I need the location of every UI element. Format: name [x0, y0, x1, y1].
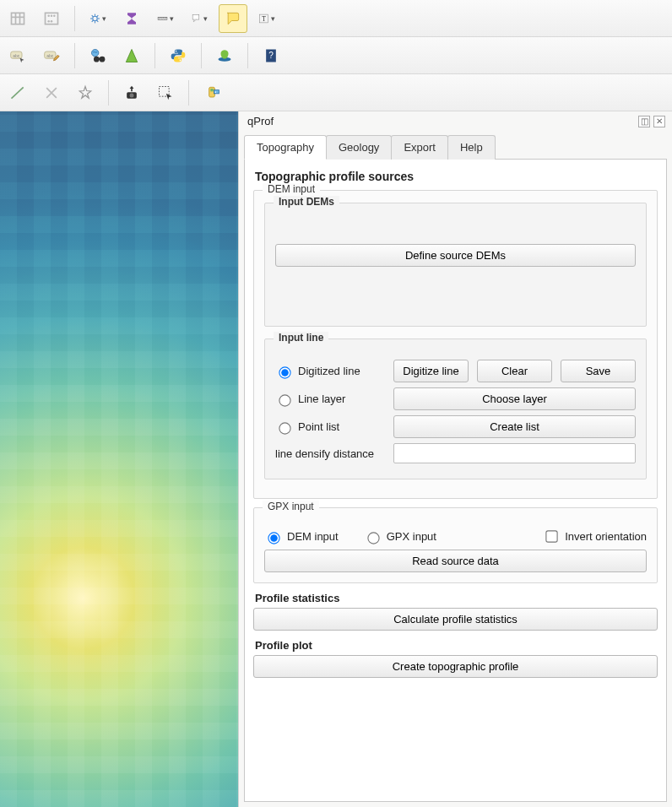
group-gpx-input: GPX input DEM input GPX input Invert ori…	[253, 507, 658, 583]
define-source-dems-button[interactable]: Define source DEMs	[275, 244, 636, 267]
separator	[201, 43, 202, 68]
map-canvas[interactable]	[0, 111, 238, 807]
separator	[247, 43, 248, 68]
save-button[interactable]: Save	[561, 360, 636, 382]
gps-icon[interactable]	[198, 79, 226, 107]
svg-line-17	[92, 20, 94, 22]
choose-layer-button[interactable]: Choose layer	[393, 387, 636, 410]
table-icon[interactable]	[3, 4, 32, 33]
abacus-icon[interactable]	[37, 4, 66, 33]
tab-topography[interactable]: Topography	[244, 135, 327, 160]
svg-point-9	[51, 20, 53, 23]
svg-point-33	[92, 49, 99, 56]
svg-text:abc: abc	[46, 52, 54, 57]
svg-line-16	[97, 20, 99, 22]
section-heading: Topographic profile sources	[255, 170, 658, 183]
panel-titlebar: qProf ◫ ✕	[239, 111, 672, 131]
close-icon[interactable]: ✕	[653, 116, 665, 127]
radio-source-dem-label: DEM input	[287, 530, 339, 543]
svg-rect-4	[46, 13, 58, 24]
abc-select-icon[interactable]: abc	[3, 41, 32, 70]
radio-source-dem-input[interactable]	[268, 532, 279, 544]
densify-input[interactable]	[393, 443, 636, 463]
svg-point-37	[176, 50, 177, 51]
map-tips-dd-icon[interactable]: ▾	[185, 4, 214, 33]
separator	[74, 6, 75, 31]
separator	[108, 80, 109, 106]
svg-text:abc: abc	[13, 52, 20, 57]
radio-line-layer[interactable]: Line layer	[275, 393, 385, 406]
abc-edit-icon[interactable]: abc	[37, 41, 66, 70]
leaf-icon[interactable]	[210, 41, 239, 70]
separator	[154, 43, 155, 68]
radio-line-layer-input[interactable]	[279, 394, 290, 406]
radio-digitized-line[interactable]: Digitized line	[275, 365, 385, 378]
svg-rect-47	[214, 89, 219, 93]
group-label-gpx: GPX input	[263, 501, 319, 512]
svg-line-18	[97, 15, 99, 17]
group-input-dems: Input DEMs Define source DEMs	[264, 203, 647, 327]
radio-line-layer-label: Line layer	[298, 393, 345, 405]
svg-text:T: T	[262, 14, 266, 22]
svg-point-5	[47, 14, 50, 17]
toolbar-plugins: abc abc ?	[0, 37, 672, 74]
profile-plot-heading: Profile plot	[255, 639, 658, 652]
create-profile-button[interactable]: Create topographic profile	[253, 655, 658, 678]
svg-rect-0	[12, 13, 24, 24]
toolbar-main: ▾ ▾ ▾ T▾	[0, 0, 672, 37]
radio-source-gpx-label: GPX input	[387, 530, 436, 543]
star-move-icon[interactable]	[71, 79, 100, 107]
group-label-dem: DEM input	[263, 183, 320, 195]
help-book-icon[interactable]: ?	[257, 41, 285, 70]
python-icon[interactable]	[164, 41, 192, 70]
tab-bar: Topography Geology Export Help	[244, 134, 667, 160]
profile-stats-heading: Profile statistics	[255, 592, 658, 604]
radio-source-gpx[interactable]: GPX input	[364, 530, 436, 544]
svg-point-7	[53, 14, 56, 17]
line-icon[interactable]	[3, 79, 32, 107]
main-area: qProf ◫ ✕ Topography Geology Export Help…	[0, 111, 672, 807]
radio-point-list[interactable]: Point list	[275, 420, 385, 434]
svg-rect-36	[98, 57, 100, 60]
read-source-data-button[interactable]: Read source data	[264, 550, 647, 572]
check-invert[interactable]: Invert orientation	[543, 528, 647, 544]
svg-point-6	[51, 14, 53, 17]
binoculars-globe-icon[interactable]	[84, 41, 112, 70]
calc-stats-button[interactable]: Calculate profile statistics	[253, 608, 658, 631]
group-label-input-dems: Input DEMs	[274, 196, 339, 208]
svg-line-15	[92, 15, 94, 17]
svg-point-8	[47, 20, 50, 23]
tab-export[interactable]: Export	[391, 135, 448, 160]
check-invert-input[interactable]	[546, 530, 558, 542]
clear-button[interactable]: Clear	[477, 360, 552, 382]
select-rect-icon[interactable]	[151, 79, 180, 107]
tab-body-topography: Topographic profile sources DEM input In…	[244, 160, 667, 802]
annotation-active-icon[interactable]	[219, 4, 247, 33]
create-list-button[interactable]: Create list	[393, 415, 636, 438]
svg-point-10	[93, 16, 97, 20]
tab-geology[interactable]: Geology	[326, 135, 392, 160]
camera-up-icon[interactable]	[117, 79, 146, 107]
grass-icon[interactable]	[117, 41, 146, 70]
text-dd-icon[interactable]: T▾	[252, 4, 281, 33]
ruler-icon[interactable]: ▾	[151, 4, 180, 33]
sigma-icon[interactable]	[117, 4, 146, 33]
group-dem-input: DEM input Input DEMs Define source DEMs …	[253, 190, 658, 499]
radio-digitized-label: Digitized line	[298, 365, 360, 377]
radio-digitized-input[interactable]	[279, 366, 290, 378]
check-invert-label: Invert orientation	[565, 530, 647, 543]
tab-help[interactable]: Help	[447, 135, 496, 160]
radio-point-list-label: Point list	[298, 420, 339, 433]
gear-icon[interactable]: ▾	[84, 4, 112, 33]
digitize-line-button[interactable]: Digitize line	[393, 360, 469, 382]
cross-icon[interactable]	[37, 79, 66, 107]
radio-source-dem[interactable]: DEM input	[264, 530, 339, 544]
svg-point-38	[180, 59, 182, 61]
separator	[74, 43, 75, 68]
densify-label: line densify distance	[275, 447, 385, 460]
radio-point-list-input[interactable]	[279, 422, 290, 434]
undock-icon[interactable]: ◫	[638, 116, 650, 127]
separator	[188, 80, 189, 106]
svg-rect-46	[210, 89, 213, 91]
radio-source-gpx-input[interactable]	[367, 532, 379, 544]
